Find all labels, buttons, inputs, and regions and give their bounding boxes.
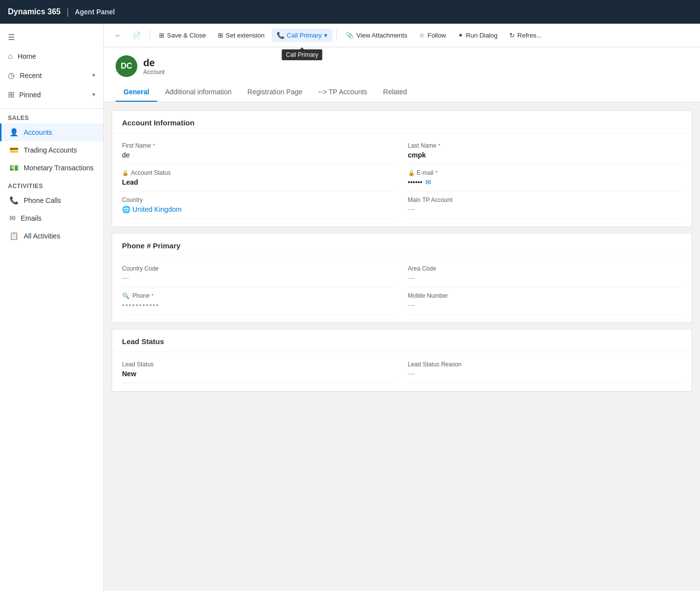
sidebar-item-all-activities[interactable]: 📋 All Activities [0,227,103,245]
document-button[interactable]: 📄 [128,29,146,42]
call-primary-button[interactable]: 📞 Call Primary ▾ Call Primary [272,29,333,42]
country-code-field: Country Code --- [122,260,396,287]
save-close-label: Save & Close [167,32,206,39]
pinned-chevron-icon: ▾ [92,91,95,98]
main-content: ← 📄 ⊞ Save & Close ⊞ Set extension 📞 Cal… [104,24,700,591]
sales-section-title: Sales [0,109,103,123]
email-edit-icon[interactable]: ✉ [425,178,431,186]
lead-status-reason-value[interactable]: --- [408,370,682,378]
lead-status-reason-label: Lead Status Reason [408,361,682,368]
account-status-value[interactable]: Lead [122,178,396,186]
record-area: DC de Account General Additional informa… [104,47,700,591]
phone-calls-label: Phone Calls [24,197,61,204]
first-name-field: First Name * de [122,137,396,164]
lead-status-label: Lead Status [122,361,396,368]
call-primary-label: Call Primary [287,32,322,39]
view-attachments-button[interactable]: 📎 View Attachments [341,29,412,42]
hamburger-icon: ☰ [8,33,15,42]
account-status-field: 🔒 Account Status Lead [122,164,396,192]
country-value[interactable]: 🌐 United Kingdom [122,205,396,213]
sidebar-item-trading-accounts[interactable]: 💳 Trading Accounts [0,141,103,159]
mobile-number-value[interactable]: --- [408,301,682,309]
save-close-button[interactable]: ⊞ Save & Close [154,29,211,42]
call-primary-chevron-icon: ▾ [324,32,328,39]
area-code-value[interactable]: --- [408,274,682,282]
first-name-value[interactable]: de [122,151,396,159]
back-button[interactable]: ← [110,29,126,42]
refresh-button[interactable]: ↻ Refres... [504,29,546,42]
tab-general[interactable]: General [116,83,157,102]
sidebar-item-accounts[interactable]: 👤 Accounts [0,123,103,141]
refresh-label: Refres... [517,32,541,39]
country-code-label: Country Code [122,265,396,272]
tab-registration-page[interactable]: Registration Page [240,83,310,102]
area-code-field: Area Code --- [408,260,682,287]
home-label: Home [18,52,36,60]
run-dialog-label: Run Dialog [466,32,497,39]
tab-additional-information[interactable]: Additional information [157,83,240,102]
record-name-block: de Account [143,57,165,76]
activities-section-title: Activities [0,177,103,192]
country-label: Country [122,197,396,203]
mobile-number-field: Mobile Number --- [408,287,682,315]
brand-logo: Dynamics 365 | Agent Panel [8,7,115,17]
emails-icon: ✉ [9,214,16,223]
area-code-label: Area Code [408,265,682,272]
sidebar-item-pinned[interactable]: ⊞ Pinned ▾ [0,85,103,104]
sidebar-item-monetary-transactions[interactable]: 💵 Monetary Transactions [0,159,103,177]
follow-button[interactable]: ☆ Follow [414,29,451,42]
email-value[interactable]: •••••• [408,178,422,186]
sidebar-item-home[interactable]: ⌂ Home [0,47,103,66]
recent-chevron-icon: ▾ [92,72,95,79]
phone-blurred-value: ••••••••••• [122,301,160,309]
sidebar-item-emails[interactable]: ✉ Emails [0,209,103,227]
tab-related[interactable]: Related [375,83,415,102]
phone-required: * [152,293,154,299]
back-icon: ← [115,32,121,39]
agent-panel-label: Agent Panel [75,8,115,16]
top-navbar: Dynamics 365 | Agent Panel [0,0,700,24]
last-name-required: * [439,143,441,149]
email-label: 🔒 E-mail * [408,169,682,176]
phone-primary-body: Country Code --- Area Code --- [112,256,692,322]
phone-label-icon: 🔍 [122,292,129,299]
phone-value[interactable]: ••••••••••• [122,301,396,309]
accounts-label: Accounts [24,128,52,136]
main-tp-account-value[interactable]: --- [408,205,682,213]
recent-icon: ◷ [8,71,15,80]
record-name: de [143,57,165,69]
field-row-codes: Country Code --- Area Code --- [122,260,682,287]
pinned-label: Pinned [19,91,41,99]
lead-status-field: Lead Status New [122,356,396,383]
account-information-section: Account Information First Name * de [112,110,692,227]
tab-tp-accounts[interactable]: --> TP Accounts [310,83,375,102]
run-dialog-icon: ✦ [458,32,463,39]
sidebar-item-recent[interactable]: ◷ Recent ▾ [0,66,103,85]
phone-field: 🔍 Phone * ••••••••••• [122,287,396,315]
phone-label: 🔍 Phone * [122,292,396,299]
app-layout: ☰ ⌂ Home ◷ Recent ▾ ⊞ Pinned ▾ Sales 👤 A… [0,24,700,591]
account-status-label: 🔒 Account Status [122,169,396,176]
lead-status-section: Lead Status Lead Status New Lead Status … [112,329,692,392]
trading-accounts-label: Trading Accounts [24,146,77,154]
set-extension-label: Set extension [226,32,265,39]
main-tp-account-field: Main TP Account --- [408,192,682,219]
account-status-lock-icon: 🔒 [122,170,129,176]
view-attachments-icon: 📎 [346,32,354,39]
field-row-phone-mobile: 🔍 Phone * ••••••••••• Mobile Number [122,287,682,315]
follow-label: Follow [427,32,446,39]
toolbar-separator-2 [336,30,337,41]
call-primary-icon: 📞 [277,32,285,39]
accounts-icon: 👤 [9,128,19,137]
lead-status-value[interactable]: New [122,370,396,378]
record-tabs: General Additional information Registrat… [116,83,688,102]
sales-section: Sales 👤 Accounts 💳 Trading Accounts 💵 Mo… [0,109,103,177]
country-code-value[interactable]: --- [122,274,396,282]
run-dialog-button[interactable]: ✦ Run Dialog [453,29,502,42]
email-value-row: •••••• ✉ [408,178,682,186]
set-extension-button[interactable]: ⊞ Set extension [213,29,270,42]
sidebar-item-phone-calls[interactable]: 📞 Phone Calls [0,192,103,209]
record-header: DC de Account General Additional informa… [104,47,700,102]
last-name-value[interactable]: cmpk [408,151,682,159]
hamburger-menu[interactable]: ☰ [0,28,103,47]
